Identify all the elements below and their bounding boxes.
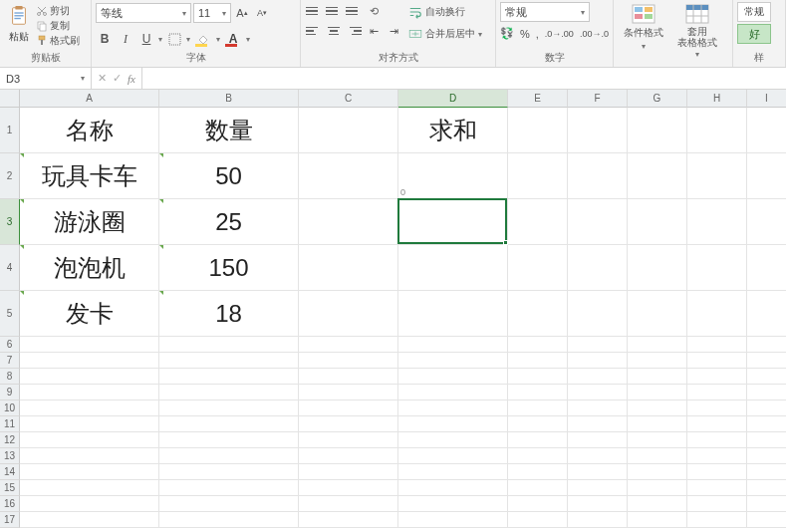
cell-C10[interactable] (299, 400, 398, 416)
row-header-8[interactable]: 8 (0, 369, 20, 385)
cell-G4[interactable] (628, 245, 687, 291)
underline-button[interactable]: U (137, 30, 155, 48)
comma-button[interactable]: , (536, 28, 539, 40)
cell-E10[interactable] (508, 400, 568, 416)
cell-H6[interactable] (687, 337, 747, 353)
column-header-F[interactable]: F (568, 90, 628, 108)
cell-H13[interactable] (687, 448, 747, 464)
cell-A4[interactable]: 泡泡机 (20, 245, 159, 291)
cell-C2[interactable] (299, 153, 398, 199)
cell-E9[interactable] (508, 385, 568, 400)
cell-F10[interactable] (568, 400, 628, 416)
cell-A1[interactable]: 名称 (20, 108, 159, 153)
row-header-9[interactable]: 9 (0, 385, 20, 400)
cell-C6[interactable] (299, 337, 398, 353)
cell-I13[interactable] (747, 448, 786, 464)
decrease-decimal-button[interactable]: .00→.0 (580, 29, 609, 39)
cell-B8[interactable] (159, 369, 299, 385)
cell-D15[interactable] (398, 480, 508, 496)
cell-C15[interactable] (299, 480, 398, 496)
row-header-14[interactable]: 14 (0, 464, 20, 480)
italic-button[interactable]: I (117, 30, 134, 48)
font-name-select[interactable]: 等线▾ (96, 3, 191, 23)
merge-center-button[interactable]: 合并后居中 ▾ (408, 24, 482, 44)
decrease-indent-button[interactable]: ⇤ (365, 22, 383, 40)
column-header-G[interactable]: G (628, 90, 687, 108)
cell-F6[interactable] (568, 337, 628, 353)
cell-H10[interactable] (687, 400, 747, 416)
cell-D17[interactable] (398, 512, 508, 528)
align-right-button[interactable] (345, 22, 363, 40)
fx-icon[interactable]: fx (128, 73, 135, 85)
column-header-A[interactable]: A (20, 90, 159, 108)
cell-D7[interactable] (398, 353, 508, 369)
cell-D4[interactable] (398, 245, 508, 291)
cell-E8[interactable] (508, 369, 568, 385)
borders-button[interactable] (165, 30, 183, 48)
wrap-text-button[interactable]: 自动换行 (408, 2, 482, 22)
cell-B13[interactable] (159, 448, 299, 464)
cell-G7[interactable] (628, 353, 687, 369)
cell-C7[interactable] (299, 353, 398, 369)
cell-F17[interactable] (568, 512, 628, 528)
cell-style-good[interactable]: 好 (737, 24, 771, 44)
align-bottom-button[interactable] (345, 2, 363, 20)
cell-F14[interactable] (568, 464, 628, 480)
cell-G2[interactable] (628, 153, 687, 199)
cell-F13[interactable] (568, 448, 628, 464)
number-format-select[interactable]: 常规▾ (500, 2, 590, 22)
cell-C8[interactable] (299, 369, 398, 385)
cell-I16[interactable] (747, 496, 786, 512)
cut-button[interactable]: 剪切 (36, 4, 80, 18)
cell-A11[interactable] (20, 416, 159, 432)
cell-I12[interactable] (747, 432, 786, 448)
increase-indent-button[interactable]: ⇥ (385, 22, 402, 40)
cell-I15[interactable] (747, 480, 786, 496)
cell-D8[interactable] (398, 369, 508, 385)
cell-A17[interactable] (20, 512, 159, 528)
cell-F4[interactable] (568, 245, 628, 291)
increase-decimal-button[interactable]: .0→.00 (545, 29, 574, 39)
cell-D14[interactable] (398, 464, 508, 480)
cell-D5[interactable] (398, 291, 508, 337)
cell-H2[interactable] (687, 153, 747, 199)
cell-G10[interactable] (628, 400, 687, 416)
cell-I5[interactable] (747, 291, 786, 337)
cell-E6[interactable] (508, 337, 568, 353)
cell-B2[interactable]: 50 (159, 153, 299, 199)
cell-A9[interactable] (20, 385, 159, 400)
cell-G11[interactable] (628, 416, 687, 432)
row-header-6[interactable]: 6 (0, 337, 20, 353)
cell-D16[interactable] (398, 496, 508, 512)
cell-A8[interactable] (20, 369, 159, 385)
cell-D13[interactable] (398, 448, 508, 464)
cell-B11[interactable] (159, 416, 299, 432)
cell-E3[interactable] (508, 199, 568, 245)
conditional-format-button[interactable]: 条件格式 ▾ (618, 2, 669, 53)
font-size-select[interactable]: 11▾ (193, 3, 231, 23)
cell-B4[interactable]: 150 (159, 245, 299, 291)
cell-H12[interactable] (687, 432, 747, 448)
cell-D11[interactable] (398, 416, 508, 432)
cell-G6[interactable] (628, 337, 687, 353)
cell-A7[interactable] (20, 353, 159, 369)
chevron-down-icon[interactable]: ▾ (216, 35, 220, 44)
confirm-formula-button[interactable]: ✓ (113, 72, 122, 85)
cell-I8[interactable] (747, 369, 786, 385)
column-header-D[interactable]: D (398, 90, 508, 108)
cell-B16[interactable] (159, 496, 299, 512)
row-header-10[interactable]: 10 (0, 400, 20, 416)
cell-I1[interactable] (747, 108, 786, 153)
cell-D9[interactable] (398, 385, 508, 400)
cell-A15[interactable] (20, 480, 159, 496)
cell-G12[interactable] (628, 432, 687, 448)
cell-G17[interactable] (628, 512, 687, 528)
select-all-corner[interactable] (0, 90, 20, 108)
row-header-17[interactable]: 17 (0, 512, 20, 528)
cell-D10[interactable] (398, 400, 508, 416)
cell-G8[interactable] (628, 369, 687, 385)
cell-G9[interactable] (628, 385, 687, 400)
cell-E4[interactable] (508, 245, 568, 291)
row-header-3[interactable]: 3 (0, 199, 20, 245)
cell-F3[interactable] (568, 199, 628, 245)
